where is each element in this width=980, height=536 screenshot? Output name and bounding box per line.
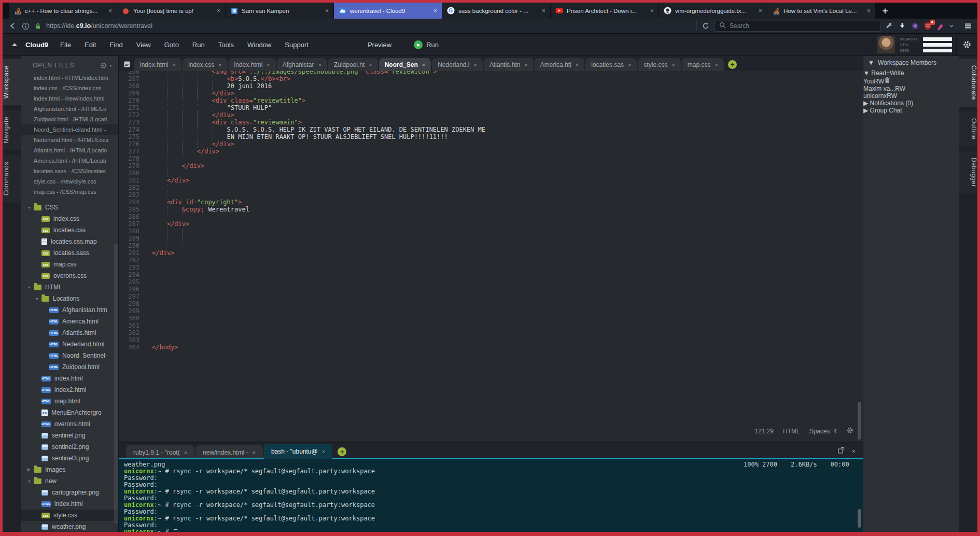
wrench-icon[interactable] — [885, 22, 893, 30]
rail-tab-workspace[interactable]: Workspace — [3, 59, 21, 105]
url-field[interactable]: https://ide.c9.io/unicornx/werentravel — [46, 22, 692, 30]
tree-item[interactable]: sentinel.png — [21, 430, 118, 441]
editor-tab[interactable]: index.html× — [134, 58, 181, 71]
settings-gear-icon[interactable] — [957, 40, 977, 49]
menu-tools[interactable]: Tools — [212, 41, 241, 49]
tab-close-icon[interactable]: × — [108, 7, 112, 15]
tab-close-icon[interactable]: × — [474, 62, 477, 68]
member-row[interactable]: Maxim va...RW — [863, 85, 959, 92]
tree-item[interactable]: cssindex.css — [21, 213, 118, 224]
editor-tab[interactable]: index.html× — [229, 58, 276, 71]
tree-caret-icon[interactable]: ▼ — [27, 286, 34, 289]
open-file-item[interactable]: Zuidpool.html - /HTML/Locati — [21, 114, 118, 124]
run-button[interactable]: ▶ Run — [414, 40, 439, 49]
tab-close-icon[interactable]: × — [217, 7, 220, 15]
browser-tab[interactable]: Prison Architect - Down i...× — [551, 3, 659, 19]
open-file-item[interactable]: locaties.sass - /CSS/locaties — [21, 166, 118, 176]
tree-item[interactable]: csslocaties.css — [21, 224, 118, 236]
menu-goto[interactable]: Goto — [158, 41, 186, 49]
tree-item[interactable]: ▼HTML — [21, 281, 118, 293]
tab-close-icon[interactable]: × — [173, 62, 176, 68]
tab-close-icon[interactable]: × — [433, 7, 437, 15]
terminal[interactable]: weather.pngunicornx:~ # rsync -r workspa… — [119, 459, 863, 532]
cursor-position[interactable]: 121:29 — [754, 428, 774, 435]
tree-item[interactable]: HTMLAmerica.html — [21, 316, 118, 327]
tab-list-icon[interactable] — [120, 58, 134, 71]
tab-close-icon[interactable]: × — [318, 62, 321, 68]
open-file-item[interactable]: America.html - /HTML/Locati — [21, 156, 118, 166]
back-icon[interactable] — [8, 21, 17, 31]
tree-caret-icon[interactable]: ▼ — [35, 297, 41, 301]
download-icon[interactable] — [898, 22, 906, 30]
tab-close-icon[interactable]: × — [867, 7, 871, 15]
tab-close-icon[interactable]: × — [422, 62, 425, 68]
rail-tab-navigate[interactable]: Navigate — [3, 110, 21, 150]
menu-run[interactable]: Run — [186, 41, 212, 49]
tree-item[interactable]: cssstyle.css — [21, 510, 118, 521]
menu-view[interactable]: View — [130, 41, 158, 49]
menu-preview[interactable]: Preview — [361, 41, 398, 49]
tree-item[interactable]: HTMLindex2.html — [21, 384, 118, 396]
tab-close-icon[interactable]: × — [650, 7, 654, 15]
new-editor-tab-button[interactable]: + — [728, 60, 737, 69]
rw-permission-button[interactable]: RW — [874, 78, 884, 85]
tree-caret-icon[interactable]: ▼ — [27, 479, 34, 483]
editor-tab[interactable]: index.css× — [183, 58, 227, 71]
search-input[interactable]: Search — [715, 21, 880, 32]
console-tab[interactable]: bash - "ubuntu@× — [264, 444, 332, 459]
tree-item[interactable]: HTMLindex.html — [21, 373, 118, 384]
tree-item[interactable]: sentinel2.png — [21, 441, 118, 453]
tree-item[interactable]: csslocaties.sass — [21, 247, 118, 259]
tree-item[interactable]: HTMLNederland.html — [21, 338, 118, 350]
rail-tab-commands[interactable]: Commands — [3, 155, 21, 202]
menu-file[interactable]: File — [53, 41, 78, 49]
tab-close-icon[interactable]: × — [184, 449, 187, 456]
editor-tab[interactable]: Zuidpool.ht× — [328, 58, 378, 71]
browser-tab[interactable]: c++ - How to clear strings...× — [9, 3, 117, 19]
open-file-item[interactable]: style.css - /new/style.css — [21, 176, 118, 187]
tab-close-icon[interactable]: × — [325, 7, 329, 15]
open-file-item[interactable]: Noord_Sentinel-eiland.html - — [21, 124, 118, 135]
collapse-menubar-icon[interactable] — [8, 42, 21, 47]
open-file-item[interactable]: index.html - /new/index.html — [21, 93, 118, 104]
hamburger-menu-icon[interactable] — [964, 22, 972, 30]
open-file-item[interactable]: index.html - /HTML/index.htm — [21, 73, 118, 83]
tree-item[interactable]: cssoverons.css — [21, 270, 118, 281]
shield-extension-icon[interactable]: 4 — [924, 22, 932, 30]
tree-item[interactable]: sentinel3.png — [21, 453, 118, 464]
rw-permission-button[interactable]: RW — [895, 85, 905, 92]
tab-close-icon[interactable]: × — [322, 448, 325, 455]
browser-tab[interactable]: Sam van Kampen× — [226, 3, 333, 19]
menu-support[interactable]: Support — [278, 41, 315, 49]
member-row[interactable]: YouRW — [863, 77, 959, 85]
tree-item[interactable]: ▼CSS — [21, 202, 118, 213]
trash-icon[interactable] — [884, 78, 890, 85]
close-console-icon[interactable]: × — [851, 447, 856, 455]
workspace-members-header[interactable]: ▼ Workspace Members — [863, 56, 959, 69]
editor-tab[interactable]: Noord_Sen× — [379, 58, 431, 71]
tab-close-icon[interactable]: × — [267, 62, 270, 68]
read-write-header[interactable]: ▼ Read+Write — [863, 69, 959, 77]
browser-tab[interactable]: Your [focus] time is up!× — [117, 3, 225, 19]
editor-scrollbar[interactable] — [858, 402, 861, 440]
rail-tab-outline[interactable]: Outline — [959, 111, 977, 147]
editor-tab[interactable]: Afghanistar× — [277, 58, 327, 71]
tree-caret-icon[interactable]: ▶ — [27, 468, 34, 472]
new-console-tab-button[interactable]: + — [338, 447, 346, 456]
console-tab[interactable]: new/index.html - × — [195, 445, 263, 459]
menu-window[interactable]: Window — [241, 41, 278, 49]
extension-starburst-icon[interactable] — [911, 22, 919, 30]
open-file-item[interactable]: Atlantis.html - /HTML/Locatio — [21, 145, 118, 156]
tab-close-icon[interactable]: × — [369, 62, 372, 68]
browser-tab[interactable]: How to set Vim's Local Le...× — [767, 3, 875, 19]
tree-item[interactable]: cssmap.css — [21, 259, 118, 270]
tree-item[interactable]: HTMLmap.html — [21, 396, 118, 407]
member-row[interactable]: unicornxRW — [863, 92, 959, 100]
rail-tab-debugger[interactable]: Debugger — [959, 151, 977, 194]
editor-tab[interactable]: map.css× — [682, 58, 724, 71]
open-file-item[interactable]: Afghanistan.html - /HTML/Lo — [21, 104, 118, 114]
tree-item[interactable]: locaties.css.map — [21, 236, 118, 247]
browser-tab[interactable]: werentravel - Cloud9× — [334, 3, 442, 19]
reload-icon[interactable] — [702, 22, 710, 30]
group-chat-section[interactable]: ▶ Group Chat — [863, 107, 959, 114]
